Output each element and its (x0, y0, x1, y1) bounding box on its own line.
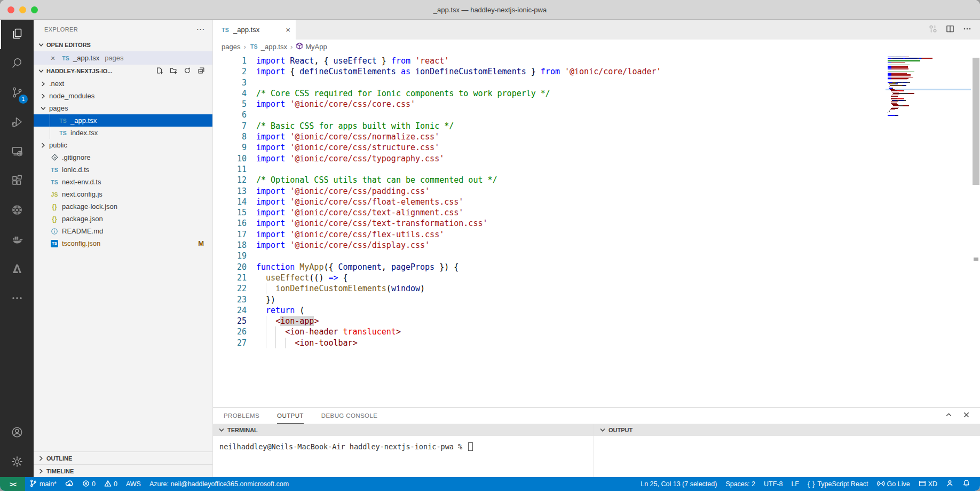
activity-search[interactable] (0, 49, 34, 79)
code-line-6[interactable]: 6 (213, 110, 980, 120)
close-tab-icon[interactable]: × (286, 25, 290, 34)
close-panel-icon[interactable] (962, 411, 970, 421)
activity-accounts[interactable] (0, 418, 34, 448)
code-line-2[interactable]: 2import { defineCustomElements as ionDef… (213, 66, 980, 77)
code-line-19[interactable]: 19 (213, 251, 980, 261)
close-window-button[interactable] (7, 6, 14, 13)
activity-remote-explorer[interactable] (0, 137, 34, 167)
panel-tab-problems[interactable]: PROBLEMS (224, 408, 259, 424)
tree-item--gitignore[interactable]: .gitignore (34, 151, 212, 163)
remote-indicator[interactable]: >< (0, 477, 25, 491)
tree-item--next[interactable]: .next (34, 77, 212, 90)
code-line-11[interactable]: 11 (213, 164, 980, 175)
code-line-18[interactable]: 18import '@ionic/core/css/display.css' (213, 240, 980, 251)
more-actions-icon[interactable] (963, 25, 971, 35)
code-line-26[interactable]: 26 <ion-header translucent> (213, 326, 980, 337)
code-line-8[interactable]: 8import '@ionic/core/css/normalize.css' (213, 131, 980, 142)
code-line-12[interactable]: 12/* Optional CSS utils that can be comm… (213, 175, 980, 185)
code-line-22[interactable]: 22 ionDefineCustomElements(window) (213, 283, 980, 294)
code-line-23[interactable]: 23 }) (213, 294, 980, 305)
code-line-1[interactable]: 1import React, { useEffect } from 'react… (213, 56, 980, 66)
project-folder-header[interactable]: HADDLEY-NEXTJS-IO... (34, 65, 212, 77)
panel-tab-debug-console[interactable]: DEBUG CONSOLE (321, 408, 378, 424)
sidebar-section-outline[interactable]: OUTLINE (34, 451, 212, 464)
status-indentation[interactable]: Spaces: 2 (721, 477, 760, 491)
status-language-mode[interactable]: { }TypeScript React (803, 477, 873, 491)
code-line-25[interactable]: 25 <ion-app> (213, 316, 980, 326)
output-section-header[interactable]: OUTPUT (594, 424, 980, 436)
status-azure-account[interactable]: Azure: neil@haddleyoffice365.onmicrosoft… (145, 477, 293, 491)
breadcrumb-item[interactable]: pages (222, 43, 240, 51)
status-warnings[interactable]: 0 (100, 477, 122, 491)
new-folder-icon[interactable] (170, 67, 177, 75)
tree-item-pages[interactable]: pages (34, 102, 212, 114)
status-feedback[interactable] (942, 477, 958, 491)
breadcrumb-item[interactable]: MyApp (296, 42, 327, 51)
tree-item-tsconfig-json[interactable]: TStsconfig.jsonM (34, 237, 212, 250)
status-sync-changes[interactable] (61, 477, 78, 491)
sidebar-more-actions-icon[interactable]: ⋯ (196, 24, 205, 34)
terminal[interactable]: neilhaddley@Neils-MacBook-Air haddley-ne… (213, 436, 594, 451)
code-line-24[interactable]: 24 return ( (213, 305, 980, 316)
status-xd[interactable]: XD (914, 477, 942, 491)
maximize-panel-icon[interactable] (945, 411, 953, 421)
code-line-15[interactable]: 15import '@ionic/core/css/text-alignment… (213, 207, 980, 218)
breadcrumb-item[interactable]: TS_app.tsx (249, 43, 287, 51)
sidebar-section-timeline[interactable]: TIMELINE (34, 464, 212, 477)
tree-item-next-env-d-ts[interactable]: TSnext-env.d.ts (34, 176, 212, 188)
code-line-7[interactable]: 7/* Basic CSS for apps built with Ionic … (213, 121, 980, 131)
code-line-21[interactable]: 21 useEffect(() => { (213, 272, 980, 283)
tree-item--app-tsx[interactable]: TS_app.tsx (34, 114, 212, 127)
tree-item-readme-md[interactable]: README.md (34, 225, 212, 237)
zoom-window-button[interactable] (31, 6, 38, 13)
refresh-explorer-icon[interactable] (184, 67, 191, 75)
tree-item-package-lock-json[interactable]: {}package-lock.json (34, 200, 212, 213)
code-line-4[interactable]: 4/* Core CSS required for Ionic componen… (213, 88, 980, 99)
status-git-branch[interactable]: main* (25, 477, 61, 491)
code-line-27[interactable]: 27 <ion-toolbar> (213, 338, 980, 348)
close-editor-icon[interactable]: × (51, 54, 58, 63)
minimize-window-button[interactable] (19, 6, 26, 13)
activity-kubernetes[interactable] (0, 196, 34, 225)
split-editor-icon[interactable] (946, 25, 954, 35)
code-line-16[interactable]: 16import '@ionic/core/css/text-transform… (213, 218, 980, 229)
activity-azure[interactable] (0, 255, 34, 284)
editor-scrollbar[interactable] (972, 53, 980, 407)
panel-tab-output[interactable]: OUTPUT (277, 408, 304, 424)
status-encoding[interactable]: UTF-8 (760, 477, 787, 491)
activity-run-debug[interactable] (0, 108, 34, 137)
activity-source-control[interactable]: 1 (0, 79, 34, 108)
collapse-folders-icon[interactable] (197, 67, 205, 75)
activity-explorer[interactable] (0, 20, 34, 49)
code-line-9[interactable]: 9import '@ionic/core/css/structure.css' (213, 142, 980, 153)
status-errors[interactable]: 0 (78, 477, 100, 491)
activity-docker[interactable] (0, 225, 34, 255)
activity-extensions[interactable] (0, 167, 34, 196)
code-line-20[interactable]: 20function MyApp({ Component, pageProps … (213, 262, 980, 272)
minimap[interactable] (888, 56, 969, 116)
scrollbar-thumb[interactable] (973, 58, 979, 185)
open-editor-item[interactable]: ×TS_app.tsxpages (34, 51, 212, 65)
terminal-section-header[interactable]: TERMINAL (213, 424, 594, 436)
new-file-icon[interactable] (156, 67, 163, 75)
code-line-17[interactable]: 17import '@ionic/core/css/flex-utils.css… (213, 229, 980, 240)
code-line-13[interactable]: 13import '@ionic/core/css/padding.css' (213, 186, 980, 197)
activity-settings[interactable] (0, 448, 34, 477)
status-aws-profile[interactable]: AWS (122, 477, 145, 491)
activity-more-views[interactable] (0, 284, 34, 314)
status-go-live[interactable]: Go Live (873, 477, 914, 491)
status-eol[interactable]: LF (787, 477, 803, 491)
code-editor[interactable]: 1import React, { useEffect } from 'react… (213, 53, 980, 407)
code-line-3[interactable]: 3 (213, 77, 980, 88)
tree-item-public[interactable]: public (34, 139, 212, 151)
status-notifications[interactable] (958, 477, 975, 491)
tree-item-index-tsx[interactable]: TSindex.tsx (34, 127, 212, 139)
status-cursor-position[interactable]: Ln 25, Col 13 (7 selected) (636, 477, 721, 491)
code-line-10[interactable]: 10import '@ionic/core/css/typography.css… (213, 153, 980, 164)
code-line-14[interactable]: 14import '@ionic/core/css/float-elements… (213, 197, 980, 207)
tree-item-ionic-d-ts[interactable]: TSionic.d.ts (34, 163, 212, 176)
open-editors-header[interactable]: OPEN EDITORS (34, 38, 212, 51)
tree-item-next-config-js[interactable]: JSnext.config.js (34, 188, 212, 200)
code-line-5[interactable]: 5import '@ionic/core/css/core.css' (213, 99, 980, 110)
tree-item-package-json[interactable]: {}package.json (34, 213, 212, 225)
